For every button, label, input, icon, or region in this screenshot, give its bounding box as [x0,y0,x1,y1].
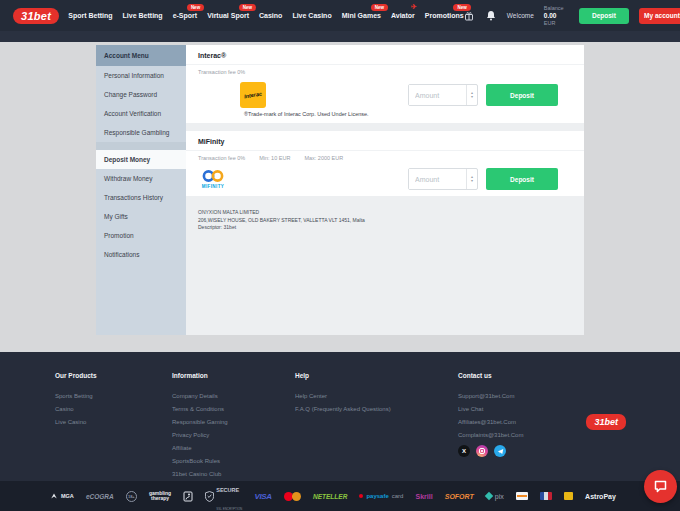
footer-link-sports-betting[interactable]: Sports Betting [55,393,172,399]
menu-label: Promotions [425,12,464,19]
company-address: 206,WISELY HOUSE, OLD BAKERY STREET, VAL… [198,217,584,225]
instagram-icon[interactable] [476,445,488,457]
sidebar-item-personal-information[interactable]: Personal Information [96,66,186,85]
deposit-button[interactable]: Deposit [579,8,629,24]
min-limit: Min: 10 EUR [259,155,290,161]
infinity-icon [200,169,226,183]
payment-card-logo-3 [564,492,573,500]
footer-link-responsible-gaming[interactable]: Responsible Gaming [172,419,295,425]
mifinity-deposit-button[interactable]: Deposit [486,168,558,190]
company-info: ONYXION MALTA LIMITED 206,WISELY HOUSE, … [198,209,584,232]
footer-link-complaints-email[interactable]: Complaints@31bet.Com [458,432,680,438]
sidebar-item-change-password[interactable]: Change Password [96,85,186,104]
mga-logo: MGA [50,492,74,500]
sidebar-divider [96,142,186,150]
menu-casino[interactable]: Casino [259,12,282,19]
footer: Our Products Sports Betting Casino Live … [0,352,680,481]
footer-link-faq[interactable]: F.A.Q (Frequently Asked Questions) [295,406,458,412]
sidebar-item-deposit-money[interactable]: Deposit Money [96,150,186,169]
sidebar-item-my-gifts[interactable]: My Gifts [96,207,186,226]
live-chat-button[interactable] [644,470,677,503]
main-menu: Sport Betting Live Betting e-SportNew Vi… [68,12,463,19]
page: 31bet Sport Betting Live Betting e-Sport… [0,0,680,511]
footer-link-affiliate[interactable]: Affiliate [172,445,295,451]
welcome-text[interactable]: Welcome [507,12,534,19]
step-down-icon[interactable]: ▾ [471,95,473,99]
amount-input[interactable] [409,169,466,189]
footer-site-logo[interactable]: 31bet [586,414,626,430]
shield-icon [205,491,214,502]
interac-deposit-button[interactable]: Deposit [486,84,558,106]
pix-logo: pix [486,493,504,500]
sidebar-item-notifications[interactable]: Notifications [96,245,186,264]
footer-link-casino-club[interactable]: 31bet Casino Club [172,471,295,477]
footer-link-support-email[interactable]: Support@31bet.Com [458,393,680,399]
notifications-bell-icon[interactable] [485,10,497,22]
payment-license-bar: MGA eCOGRA 18+ gamblingtherapy SECURESSL… [0,481,680,511]
mastercard-logo [284,492,301,501]
amount-stepper[interactable]: ▴▾ [466,169,477,189]
sidebar-item-transactions-history[interactable]: Transactions History [96,188,186,207]
body-background: Account Menu Personal Information Change… [0,42,680,352]
menu-aviator[interactable]: Aviator✈ [391,12,415,19]
balance-value: 0.00 [544,12,557,19]
menu-sport-betting[interactable]: Sport Betting [68,12,112,19]
company-descriptor: Descriptor: 31bet [198,224,584,232]
footer-link-live-chat[interactable]: Live Chat [458,406,680,412]
site-logo[interactable]: 31bet [13,8,59,24]
footer-link-privacy-policy[interactable]: Privacy Policy [172,432,295,438]
amount-input[interactable] [409,85,466,105]
footer-link-casino[interactable]: Casino [55,406,172,412]
menu-promotions[interactable]: PromotionsNew [425,12,464,19]
max-limit: Max: 2000 EUR [304,155,343,161]
footer-link-help-center[interactable]: Help Center [295,393,458,399]
new-badge: New [371,4,388,11]
menu-e-sport[interactable]: e-SportNew [173,12,198,19]
astropay-logo: AstroPay [585,493,616,500]
x-twitter-icon[interactable]: X [458,445,470,457]
new-badge: New [453,4,470,11]
footer-col-information: Information Company Details Terms & Cond… [172,372,295,484]
step-down-icon[interactable]: ▾ [471,179,473,183]
neteller-logo: NETELLER [313,493,347,500]
my-account-button[interactable]: My account [639,8,680,24]
footer-link-sportsbook-rules[interactable]: SportsBook Rules [172,458,295,464]
sidebar-item-promotion[interactable]: Promotion [96,226,186,245]
chat-bubble-icon [653,479,668,494]
company-name: ONYXION MALTA LIMITED [198,209,584,217]
method-title: MiFinity [186,138,584,151]
nav-right-controls: Welcome Balance 0.00 EUR Deposit My acco… [464,5,680,27]
mifinity-logo: MIFINITY [200,169,226,189]
gifts-icon[interactable] [464,10,476,22]
menu-live-betting[interactable]: Live Betting [123,12,163,19]
footer-col-help: Help Help Center F.A.Q (Frequently Asked… [295,372,458,484]
menu-label: Virtual Sport [207,12,249,19]
gamcare-logo [183,491,193,502]
balance-label: Balance [544,5,569,12]
footer-link-company-details[interactable]: Company Details [172,393,295,399]
paysafecard-logo: paysafecard [359,493,403,499]
top-nav: 31bet Sport Betting Live Betting e-Sport… [0,0,680,42]
balance-display[interactable]: Balance 0.00 EUR [544,5,569,27]
footer-col-title: Contact us [458,372,680,379]
amount-stepper[interactable]: ▴▾ [466,85,477,105]
sofort-logo: SOFORT [445,493,474,500]
menu-label: Mini Games [342,12,381,19]
amount-field-wrapper: ▴▾ [408,168,478,190]
menu-mini-games[interactable]: Mini GamesNew [342,12,381,19]
footer-link-affiliates-email[interactable]: Affiliates@31bet.Com [458,419,680,425]
sidebar-item-responsible-gambling[interactable]: Responsible Gambling [96,123,186,142]
sidebar-item-withdraw-money[interactable]: Withdraw Money [96,169,186,188]
method-title: Interac® [186,52,584,65]
menu-live-casino[interactable]: Live Casino [292,12,331,19]
footer-col-title: Help [295,372,458,379]
sidebar-item-account-verification[interactable]: Account Verification [96,104,186,123]
visa-logo: VISA [254,492,271,501]
footer-link-terms[interactable]: Terms & Conditions [172,406,295,412]
telegram-icon[interactable] [494,445,506,457]
menu-virtual-sport[interactable]: Virtual SportNew [207,12,249,19]
gamcare-icon [183,491,193,502]
ecogra-logo: eCOGRA [86,493,114,500]
footer-link-live-casino[interactable]: Live Casino [55,419,172,425]
menu-label: Aviator [391,12,415,19]
